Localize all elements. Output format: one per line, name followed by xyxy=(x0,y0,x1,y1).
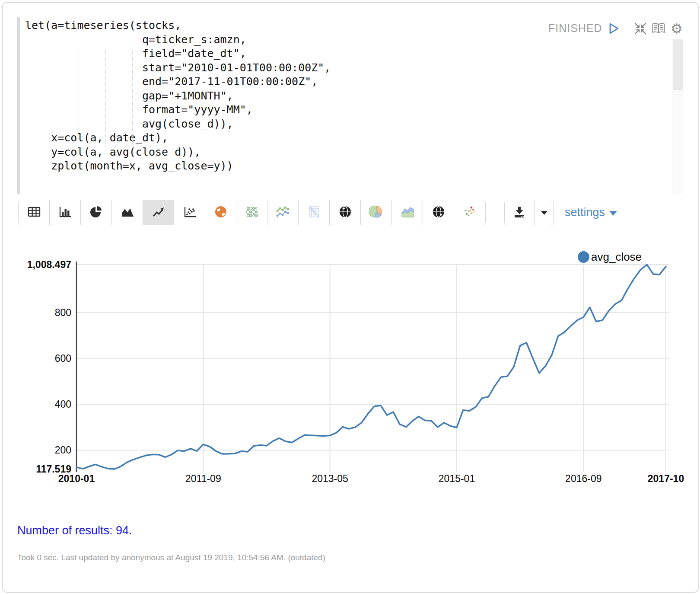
paragraph-status: FINISHED xyxy=(548,22,602,35)
settings-gear-button[interactable]: ⚙ xyxy=(669,21,684,36)
x-tick-label: 2016-09 xyxy=(565,473,601,484)
pie-chart-icon xyxy=(89,205,104,220)
heatmap-icon xyxy=(307,205,321,220)
bubble-grid-icon xyxy=(245,205,259,220)
chart-btn-scatter-plot[interactable] xyxy=(174,200,205,225)
multi-line-icon xyxy=(276,205,290,220)
chart-btn-table[interactable] xyxy=(19,200,50,225)
y-tick-label: 600 xyxy=(55,353,71,364)
paragraph-card: let(a=timeseries(stocks, q=ticker_s:amzn… xyxy=(2,2,699,593)
x-tick-label: 2015-01 xyxy=(439,473,475,484)
chart-btn-pie-chart[interactable] xyxy=(81,200,112,225)
chart-btn-bar-chart[interactable] xyxy=(50,200,81,225)
black-globe-icon xyxy=(338,205,353,220)
chart-svg: 1,008.497800600400200117.5192010-012011-… xyxy=(3,236,699,496)
settings-label: settings xyxy=(565,206,605,219)
indent-guide xyxy=(105,48,106,147)
editor-gutter xyxy=(17,17,20,194)
run-button[interactable] xyxy=(606,22,621,37)
export-toolbar xyxy=(504,200,554,225)
caret-down-icon xyxy=(541,209,547,217)
collapse-button[interactable] xyxy=(633,22,648,37)
code-editor[interactable]: let(a=timeseries(stocks, q=ticker_s:amzn… xyxy=(25,19,331,173)
paragraph-meta-text: Took 0 sec. Last updated by anonymous at… xyxy=(17,553,325,562)
black-globe-icon xyxy=(431,205,446,220)
y-tick-label: 400 xyxy=(55,399,71,410)
book-icon xyxy=(651,22,666,37)
area-chart-icon xyxy=(120,205,135,220)
y-tick-label: 200 xyxy=(55,444,71,456)
chart-btn-map-orange[interactable] xyxy=(205,200,236,225)
chart-btn-scatter-color[interactable] xyxy=(454,200,485,225)
color-scatter-icon xyxy=(462,205,477,220)
table-icon xyxy=(27,205,41,220)
play-icon xyxy=(607,22,620,37)
y-tick-label: 800 xyxy=(55,307,71,318)
download-options-button[interactable] xyxy=(534,200,554,225)
results-count-text: Number of results: 94. xyxy=(17,524,132,537)
indent-guide xyxy=(132,48,133,147)
download-icon xyxy=(512,205,527,220)
x-tick-label: 2013-05 xyxy=(312,473,348,484)
chart-btn-globe-2[interactable] xyxy=(423,200,454,225)
indent-guide xyxy=(79,48,79,147)
indent-guide xyxy=(52,48,52,147)
compress-icon xyxy=(633,22,647,37)
avg-close-line xyxy=(76,265,666,469)
y-tick-label: 1,008.497 xyxy=(27,259,71,270)
bar-chart-icon xyxy=(58,205,73,220)
editor-scrollbar-thumb[interactable] xyxy=(673,39,683,90)
chart-btn-area-color[interactable] xyxy=(392,200,423,225)
chart-btn-globe[interactable] xyxy=(330,200,361,225)
orange-globe-icon xyxy=(213,205,228,220)
chart-btn-multi-line[interactable] xyxy=(267,200,299,225)
scatter-plot-icon xyxy=(182,205,197,220)
line-chart-icon xyxy=(151,205,166,220)
x-tick-label: 2010-01 xyxy=(58,473,95,484)
chart-btn-area-chart[interactable] xyxy=(112,200,143,225)
x-tick-label: 2011-09 xyxy=(185,473,221,484)
chart-btn-line-chart[interactable] xyxy=(143,200,174,225)
chart-btn-pie-color[interactable] xyxy=(361,200,392,225)
x-tick-label: 2017-10 xyxy=(648,473,684,484)
chart-type-toolbar xyxy=(18,200,486,225)
settings-toggle[interactable]: settings xyxy=(565,206,617,219)
color-pie-icon xyxy=(369,205,384,220)
chart-btn-bubble-grid[interactable] xyxy=(236,200,267,225)
color-area-icon xyxy=(400,205,415,220)
chevron-down-icon xyxy=(609,211,617,216)
show-editor-button[interactable] xyxy=(651,22,666,37)
chart-btn-heatmap[interactable] xyxy=(299,200,330,225)
download-button[interactable] xyxy=(505,200,534,225)
gear-icon: ⚙ xyxy=(671,22,683,35)
